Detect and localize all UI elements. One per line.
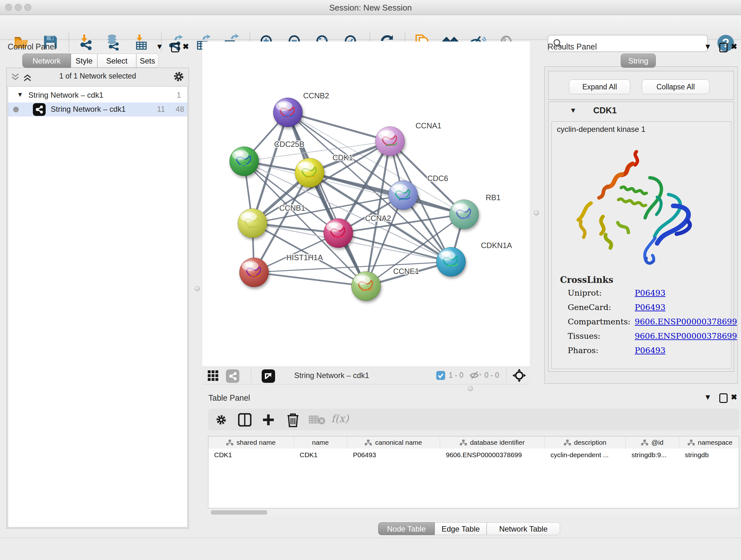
control-panel-collapse-icon[interactable]: ▼ (156, 42, 163, 51)
tab-network-table[interactable]: Network Table (487, 522, 560, 535)
column-header-namespace[interactable]: namespace (679, 436, 739, 449)
cdk1-gene-name: CDK1 (593, 106, 617, 116)
attribute-type-icon (460, 439, 467, 446)
collection-expander-icon[interactable]: ▼ (17, 91, 23, 98)
node-label-CCNB1: CCNB1 (279, 204, 305, 212)
delete-column-icon[interactable] (286, 413, 299, 427)
create-column-icon[interactable] (262, 413, 275, 427)
table-scrollbar-thumb[interactable] (211, 510, 267, 515)
node-CDK1[interactable] (295, 158, 324, 187)
network-options-gear-icon[interactable] (173, 71, 185, 83)
function-builder-icon: f(x) (331, 413, 349, 425)
collection-name: String Network – cdk1 (28, 91, 104, 100)
cell--id[interactable]: stringdb:9... (626, 449, 679, 461)
column-header--id[interactable]: @id (626, 436, 679, 449)
cell-canonical-name[interactable]: P06493 (347, 449, 440, 461)
cell-name[interactable]: CDK1 (294, 449, 347, 461)
right-splitter-handle[interactable] (534, 210, 539, 215)
expand-all-networks-icon[interactable] (23, 72, 32, 82)
node-RB1[interactable] (449, 199, 479, 229)
protein-structure-image (571, 138, 711, 278)
table-gear-icon[interactable] (215, 414, 227, 426)
crosslink-label: Pharos: (568, 346, 635, 355)
attribute-type-icon (564, 439, 571, 446)
control-panel-float-icon[interactable] (171, 43, 179, 52)
collapse-all-button[interactable]: Collapse All (642, 79, 710, 94)
node-HIST1H1A[interactable] (239, 258, 269, 287)
network-row-selected[interactable]: String Network – cdk1 11 48 (8, 103, 187, 117)
tab-network[interactable]: Network (22, 54, 71, 68)
crosslink-value-link[interactable]: P06493 (635, 346, 665, 355)
crosslink-value-link[interactable]: 9606.ENSP00000378699 (635, 317, 737, 326)
node-CDC6[interactable] (388, 180, 418, 210)
column-header-shared-name[interactable]: shared name (208, 436, 294, 449)
crosslink-value-link[interactable]: P06493 (635, 288, 665, 298)
node-CDC25B[interactable] (229, 146, 259, 176)
table-panel-close-icon[interactable]: ✖ (731, 393, 737, 401)
attribute-type-icon (365, 439, 372, 446)
left-splitter-handle[interactable] (195, 286, 200, 291)
import-table-icon[interactable] (133, 34, 150, 51)
results-panel-float-icon[interactable] (719, 43, 728, 52)
column-header-name[interactable]: name (294, 436, 347, 449)
selected-checkbox-icon[interactable] (436, 371, 446, 380)
results-panel-collapse-icon[interactable]: ▼ (704, 42, 712, 51)
node-CCNA2[interactable] (324, 219, 353, 248)
expand-all-button[interactable]: Expand All (569, 79, 630, 94)
network-canvas[interactable]: CCNB2CCNA1CDC25BCDK1CDC6RB1CCNB1CCNA2CDK… (202, 42, 530, 367)
network-collection-row[interactable]: ▼ String Network – cdk1 1 (8, 88, 187, 103)
column-header-label: name (312, 439, 329, 446)
import-network-database-icon[interactable] (105, 34, 122, 51)
node-label-CCNB2: CCNB2 (303, 91, 329, 100)
fit-content-crosshair-icon[interactable] (513, 369, 526, 382)
column-header-description[interactable]: description (545, 436, 626, 449)
network-view-icon[interactable] (226, 369, 239, 383)
node-label-CDC6: CDC6 (427, 174, 448, 183)
column-header-label: database identifier (470, 439, 525, 446)
cell-database-identifier[interactable]: 9606.ENSP00000378699 (440, 449, 545, 461)
import-network-file-icon[interactable] (78, 34, 95, 51)
grid-view-icon[interactable] (207, 370, 219, 381)
node-CCNE1[interactable] (351, 271, 381, 301)
birds-eye-view-icon[interactable] (262, 369, 275, 383)
table-panel-collapse-icon[interactable]: ▼ (704, 393, 712, 401)
tab-string-results[interactable]: String (621, 54, 656, 68)
node-CCNB1[interactable] (238, 208, 267, 238)
cell-namespace[interactable]: stringdb (679, 449, 739, 461)
control-panel-close-icon[interactable]: ✖ (183, 42, 189, 51)
node-CCNA1[interactable] (375, 126, 405, 156)
node-label-CDK1: CDK1 (333, 153, 353, 162)
tab-style[interactable]: Style (71, 54, 97, 68)
hidden-eye-icon (470, 371, 482, 380)
column-header-canonical-name[interactable]: canonical name (347, 436, 440, 449)
column-header-database-identifier[interactable]: database identifier (440, 436, 545, 449)
results-panel-close-icon[interactable]: ✖ (731, 42, 737, 51)
node-table[interactable]: shared nameCDK1nameCDK1canonical nameP06… (208, 436, 739, 508)
cdk1-expander-icon[interactable]: ▼ (569, 106, 577, 115)
collapse-all-networks-icon[interactable] (10, 72, 20, 82)
column-header-label: canonical name (375, 439, 422, 446)
show-columns-icon[interactable] (238, 413, 252, 427)
table-panel-float-icon[interactable] (719, 393, 728, 403)
crosslink-row: Tissues:9606.ENSP00000378699 (568, 331, 727, 341)
attribute-type-icon (641, 439, 648, 446)
tab-node-table[interactable]: Node Table (378, 522, 434, 535)
crosslink-value-link[interactable]: 9606.ENSP00000378699 (635, 331, 737, 341)
cell-description[interactable]: cyclin-dependent ... (545, 449, 626, 461)
tab-edge-table[interactable]: Edge Table (434, 522, 487, 535)
title-bar: Session: New Session (0, 0, 741, 15)
crosslink-row: Compartments:9606.ENSP00000378699 (568, 317, 727, 326)
window-title: Session: New Session (0, 3, 741, 13)
cell-shared-name[interactable]: CDK1 (208, 449, 294, 461)
node-CCNB2[interactable] (273, 98, 302, 127)
tab-select[interactable]: Select (97, 54, 136, 68)
string-network-icon (33, 103, 46, 116)
attribute-type-icon (688, 439, 695, 446)
crosslink-row: GeneCard:P06493 (568, 303, 727, 312)
column-header-label: description (574, 439, 607, 446)
node-label-CCNA1: CCNA1 (415, 121, 441, 130)
bottom-splitter-handle[interactable] (468, 386, 473, 391)
tab-sets[interactable]: Sets (136, 54, 158, 68)
node-CDKN1A[interactable] (436, 247, 466, 276)
crosslink-value-link[interactable]: P06493 (635, 303, 665, 312)
